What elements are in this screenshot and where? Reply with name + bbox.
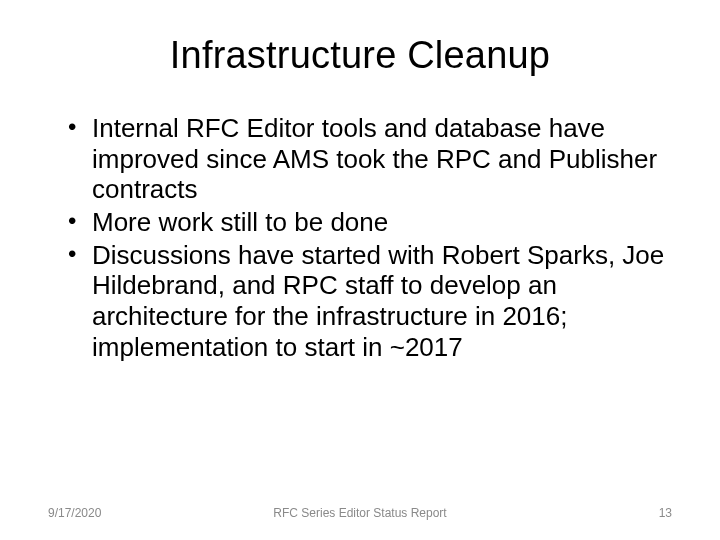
slide-footer: 9/17/2020 RFC Series Editor Status Repor…: [0, 506, 720, 520]
bullet-list: Internal RFC Editor tools and database h…: [48, 113, 672, 362]
footer-center: RFC Series Editor Status Report: [273, 506, 446, 520]
footer-page-number: 13: [659, 506, 672, 520]
slide: Infrastructure Cleanup Internal RFC Edit…: [0, 0, 720, 540]
slide-title: Infrastructure Cleanup: [48, 34, 672, 77]
list-item: More work still to be done: [72, 207, 672, 238]
list-item: Discussions have started with Robert Spa…: [72, 240, 672, 363]
list-item: Internal RFC Editor tools and database h…: [72, 113, 672, 205]
footer-date: 9/17/2020: [48, 506, 101, 520]
